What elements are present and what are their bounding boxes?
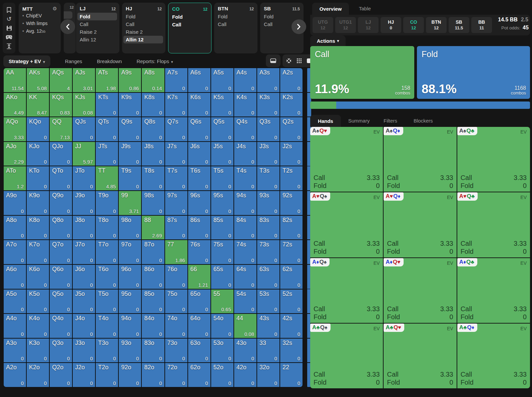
combo-cell-AcQd[interactable]: A♣Q♦EVCall3.33Fold0 (457, 324, 530, 388)
tab-strategy-ev[interactable]: Strategy + EV▾ (3, 55, 50, 67)
matrix-cell-A9o[interactable]: A9o0 (4, 191, 26, 215)
stack-chip-utg[interactable]: UTG12 (313, 17, 333, 33)
matrix-cell-44[interactable]: 440.08 (234, 314, 256, 338)
matrix-cell-T2s[interactable]: T2s0 (280, 166, 303, 190)
matrix-cell-K3o[interactable]: K3o0 (27, 339, 49, 363)
matrix-cell-85o[interactable]: 85o0 (142, 289, 164, 314)
matrix-cell-72s[interactable]: 72s0 (280, 240, 303, 264)
action-option-call[interactable]: Call (77, 20, 117, 28)
combo-cell-AsQh[interactable]: A♠Q♥EVCall3.33Fold0 (310, 127, 383, 192)
matrix-cell-A6o[interactable]: A6o0 (4, 265, 26, 289)
matrix-cell-AJo[interactable]: AJo2.29 (4, 142, 26, 166)
card-view-button[interactable] (266, 54, 281, 67)
matrix-cell-J6o[interactable]: J6o0 (73, 265, 95, 289)
matrix-cell-63o[interactable]: 63o0 (188, 339, 210, 363)
position-panel-btn[interactable]: BTN12FoldCall (214, 3, 257, 53)
matrix-cell-A8o[interactable]: A8o0 (4, 216, 26, 240)
matrix-cell-74s[interactable]: 74s0 (234, 240, 256, 264)
action-option-fold[interactable]: Fold (77, 13, 117, 20)
matrix-cell-T3s[interactable]: T3s0 (257, 166, 280, 190)
matrix-cell-K7s[interactable]: K7s0 (165, 93, 187, 117)
matrix-cell-A5o[interactable]: A5o0 (4, 289, 26, 314)
action-option-fold[interactable]: Fold (215, 13, 255, 20)
matrix-cell-93s[interactable]: 93s0 (257, 191, 280, 215)
combo-cell-AdQh[interactable]: A♦Q♥EVCall3.33Fold0 (384, 258, 456, 323)
stack-chip-bb[interactable]: BB11 (471, 17, 492, 33)
matrix-cell-K3s[interactable]: K3s0 (257, 93, 280, 117)
matrix-cell-J4s[interactable]: J4s0 (234, 142, 256, 166)
position-panel-co[interactable]: CO12FoldCall (168, 3, 211, 53)
matrix-cell-75s[interactable]: 75s0 (211, 240, 233, 264)
combo-cell-AhQs[interactable]: A♥Q♠EVCall3.33Fold0 (310, 192, 383, 257)
matrix-cell-Q9o[interactable]: Q9o0 (50, 191, 72, 215)
combo-cell-AsQc[interactable]: A♠Q♣EVCall3.33Fold0 (457, 127, 530, 192)
matrix-cell-T5o[interactable]: T5o0 (96, 289, 118, 314)
matrix-cell-75o[interactable]: 75o0 (165, 289, 187, 314)
matrix-cell-Q5s[interactable]: Q5s0 (211, 117, 233, 141)
collapse-icon[interactable] (286, 58, 292, 64)
matrix-cell-92o[interactable]: 92o0 (119, 363, 141, 387)
matrix-cell-87o[interactable]: 87o0 (142, 240, 164, 264)
matrix-cell-A4s[interactable]: A4s0 (234, 68, 256, 92)
matrix-cell-52s[interactable]: 52s0 (280, 289, 303, 314)
action-option-fold[interactable]: Fold (170, 13, 209, 21)
solution-settings-panel[interactable]: MTT ⚙ •ChipEV•With limps•Avg. 12bb (19, 3, 61, 53)
matrix-cell-T4s[interactable]: T4s0 (234, 166, 256, 190)
matrix-cell-97s[interactable]: 97s0 (165, 191, 187, 215)
matrix-cell-K9s[interactable]: K9s0 (119, 93, 141, 117)
matrix-cell-K4s[interactable]: K4s0 (234, 93, 256, 117)
matrix-cell-84s[interactable]: 84s0 (234, 216, 256, 240)
action-card-fold[interactable]: Fold 88.1% 1168combos (417, 46, 530, 99)
matrix-cell-KK[interactable]: KK8.47 (27, 93, 49, 117)
matrix-cell-88[interactable]: 882.69 (142, 216, 164, 240)
matrix-cell-A2o[interactable]: A2o0 (4, 363, 26, 387)
tab-overview[interactable]: Overview (312, 3, 349, 15)
matrix-cell-K8o[interactable]: K8o0 (27, 216, 49, 240)
matrix-cell-AA[interactable]: AA11.54 (4, 68, 26, 92)
matrix-cell-K5o[interactable]: K5o0 (27, 289, 49, 314)
matrix-cell-94s[interactable]: 94s0 (234, 191, 256, 215)
matrix-cell-53s[interactable]: 53s0 (257, 289, 280, 314)
matrix-cell-A8s[interactable]: A8s0.14 (142, 68, 164, 92)
matrix-cell-T8s[interactable]: T8s0 (142, 166, 164, 190)
matrix-cell-T7o[interactable]: T7o0 (96, 240, 118, 264)
matrix-cell-J7o[interactable]: J7o0 (73, 240, 95, 264)
position-panel-lj[interactable]: LJ12FoldCallRaise 2Allin 12 (76, 3, 119, 53)
matrix-cell-43s[interactable]: 43s0 (257, 314, 280, 338)
matrix-cell-A9s[interactable]: A9s0.86 (119, 68, 141, 92)
stack-chip-utg1[interactable]: UTG112 (335, 17, 356, 33)
action-option-allin-12[interactable]: Allin 12 (123, 36, 163, 43)
tab-breakdown[interactable]: Breakdown (97, 58, 122, 64)
matrix-cell-95o[interactable]: 95o0 (119, 289, 141, 314)
tab-reports-flops[interactable]: Reports: Flops▾ (136, 58, 173, 64)
matrix-cell-KJo[interactable]: KJo0 (27, 142, 49, 166)
stack-depth-icon[interactable] (6, 43, 12, 49)
matrix-cell-K6s[interactable]: K6s0 (188, 93, 210, 117)
action-card-call[interactable]: Call 11.9% 158combos (310, 46, 414, 99)
matrix-cell-AKo[interactable]: AKo4.49 (4, 93, 26, 117)
matrix-cell-T2o[interactable]: T2o0 (96, 363, 118, 387)
matrix-cell-76o[interactable]: 76o0 (165, 265, 187, 289)
matrix-cell-Q2o[interactable]: Q2o0 (50, 363, 72, 387)
matrix-cell-ATs[interactable]: ATs1.98 (96, 68, 118, 92)
matrix-cell-Q6s[interactable]: Q6s0 (188, 117, 210, 141)
matrix-cell-T7s[interactable]: T7s0 (165, 166, 187, 190)
matrix-cell-63s[interactable]: 63s0 (257, 265, 280, 289)
matrix-cell-77[interactable]: 771.86 (165, 240, 187, 264)
matrix-cell-54s[interactable]: 54s0 (234, 289, 256, 314)
position-panel-hj[interactable]: HJ12FoldCallRaise 2Allin 12 (122, 3, 165, 53)
matrix-cell-T3o[interactable]: T3o0 (96, 339, 118, 363)
matrix-cell-K9o[interactable]: K9o0 (27, 191, 49, 215)
matrix-cell-K4o[interactable]: K4o0 (27, 314, 49, 338)
actions-dropdown[interactable]: Actions▾ (310, 35, 346, 46)
matrix-cell-Q7s[interactable]: Q7s0 (165, 117, 187, 141)
matrix-cell-73s[interactable]: 73s0 (257, 240, 280, 264)
action-option-raise-2[interactable]: Raise 2 (123, 28, 163, 36)
matrix-cell-82s[interactable]: 82s0 (280, 216, 303, 240)
matrix-cell-T4o[interactable]: T4o0 (96, 314, 118, 338)
matrix-cell-66[interactable]: 661.21 (188, 265, 210, 289)
combo-cell-AcQh[interactable]: A♣Q♥EVCall3.33Fold0 (384, 324, 456, 388)
action-option-fold[interactable]: Fold (261, 13, 301, 20)
matrix-cell-Q6o[interactable]: Q6o0 (50, 265, 72, 289)
tab-summary[interactable]: Summary (348, 118, 370, 124)
